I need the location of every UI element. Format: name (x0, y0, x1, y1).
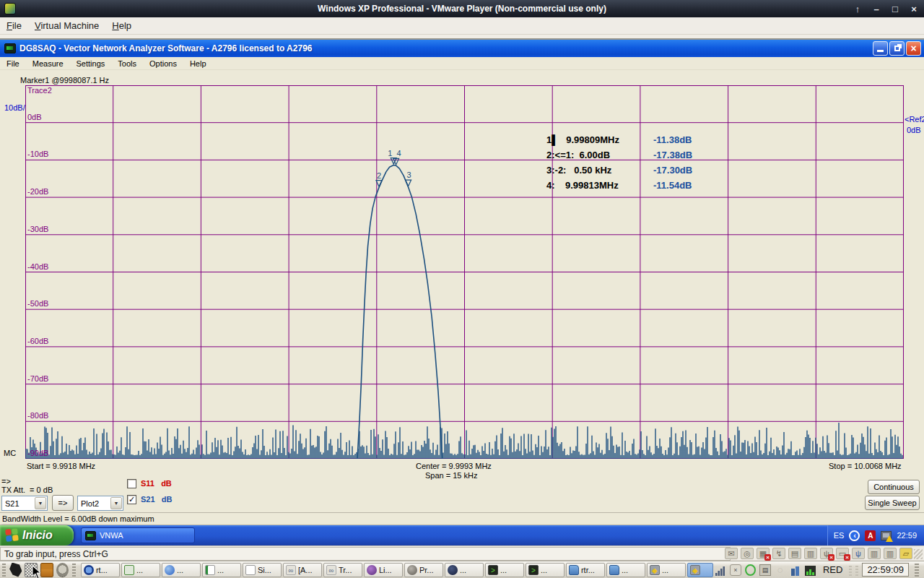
stop-frequency-label: Stop = 10.0068 MHz (829, 462, 902, 470)
restore-button[interactable] (889, 41, 905, 56)
y-axis-label: -50dB (27, 299, 48, 308)
window-button-terminal[interactable]: >... (526, 563, 565, 577)
mail-icon[interactable]: ✉ (725, 548, 738, 559)
vnwa-menubar: FileMeasureSettingsToolsOptionsHelp (0, 57, 924, 70)
notes-icon[interactable]: ▱ (899, 548, 912, 559)
chevron-down-icon[interactable]: ▼ (35, 497, 46, 509)
vnwa-window-title: DG8SAQ - Vector Network Analyzer Softwar… (19, 43, 312, 53)
window-button-folder[interactable]: rtr... (566, 563, 605, 577)
minimize-button[interactable] (873, 41, 888, 56)
status-ring-icon[interactable] (745, 564, 756, 576)
menu-help[interactable]: Help (105, 18, 138, 33)
minimize-icon[interactable]: – (871, 4, 882, 14)
hide-icons-chevron-icon[interactable]: ‹ (849, 530, 860, 541)
gimp-icon (407, 565, 417, 575)
folder-icon (569, 565, 579, 575)
floppy-icon[interactable]: ▦ (757, 548, 770, 559)
y-axis-label: -70dB (27, 374, 48, 383)
system-monitor-icon[interactable] (805, 564, 816, 576)
vnwa-menu-settings[interactable]: Settings (70, 58, 112, 69)
resize-grip[interactable] (914, 549, 923, 559)
single-sweep-button[interactable]: Single Sweep (865, 496, 920, 510)
window-button-media-player[interactable]: rt... (81, 563, 120, 577)
window-button-chat[interactable]: Li... (364, 563, 403, 577)
map-trace-button[interactable]: => (52, 495, 74, 511)
chat-offline-icon[interactable]: × (730, 564, 741, 576)
vnwa-menu-options[interactable]: Options (143, 58, 183, 69)
menu-virtual-machine[interactable]: Virtual Machine (28, 18, 105, 33)
vnwa-menu-measure[interactable]: Measure (26, 58, 70, 69)
window-button-pdf-viewer[interactable]: ∞[A... (283, 563, 322, 577)
window-button-folder[interactable]: ... (606, 563, 645, 577)
s11-checkbox[interactable] (127, 479, 136, 488)
vmware-icon: ◆ (690, 565, 700, 575)
usb-icon[interactable]: ψ (852, 548, 865, 559)
network-signal-icon[interactable] (715, 564, 726, 576)
language-indicator[interactable]: ES (834, 531, 845, 540)
window-button-vmware[interactable]: ◆ (687, 563, 713, 577)
network-name-label[interactable]: RED (823, 564, 842, 575)
window-button-terminal[interactable]: >... (485, 563, 524, 577)
vnwa-titlebar[interactable]: DG8SAQ - Vector Network Analyzer Softwar… (0, 40, 924, 57)
window-button-browser[interactable]: ... (162, 563, 201, 577)
plot-area[interactable]: -90dB 1423 Trace2 0dB-10dB-20dB-30dB-40d… (25, 85, 904, 459)
window-button-writer[interactable]: Si... (243, 563, 282, 577)
panel-drag-handle[interactable] (72, 564, 76, 577)
unity-mode-icon[interactable]: ↑ (852, 4, 863, 14)
y-axis-label: -30dB (27, 225, 48, 233)
window-button-vmware[interactable]: ◆... (647, 563, 686, 577)
mouse-cursor (32, 565, 43, 578)
vm-tools-warning-icon[interactable] (881, 531, 892, 540)
xp-taskbar: Inicio VNWA ES ‹ A 22:59 (0, 525, 924, 545)
screen: Windows XP Professional - VMware Player … (0, 0, 924, 578)
adobe-reader-icon[interactable]: A (865, 530, 876, 541)
chevron-down-icon[interactable]: ▼ (110, 497, 122, 509)
y-axis-label: 0dB (27, 113, 42, 121)
disc-inactive-icon[interactable]: ◌ (775, 564, 786, 576)
harddisk-icon[interactable]: ▥ (804, 548, 817, 559)
host-clock[interactable]: 22:59:09 (862, 563, 909, 577)
panel-drag-handle[interactable] (915, 564, 919, 577)
window-button-planet[interactable]: ... (445, 563, 484, 577)
continuous-button[interactable]: Continuous (868, 480, 920, 494)
taskbar-task-vnwa[interactable]: VNWA (81, 527, 195, 543)
start-button[interactable]: Inicio (0, 525, 74, 545)
bandwidth-status-text: BandWidth Level = 6.00dB down maximum (2, 514, 154, 523)
camera-launcher-icon[interactable] (56, 563, 69, 577)
harddisk2-icon[interactable]: ▥ (868, 548, 881, 559)
cd-icon[interactable]: ◎ (741, 548, 754, 559)
close-icon[interactable]: × (908, 4, 920, 14)
window-button-text-editor[interactable]: ... (121, 563, 160, 577)
plot-select[interactable]: Plot2 ▼ (77, 496, 123, 511)
terminal-icon: > (488, 565, 498, 575)
s21-label: S21 dB (141, 495, 172, 504)
s-parameter-select[interactable]: S21 ▼ (1, 496, 48, 511)
panel-drag-handle[interactable] (2, 564, 6, 577)
vnwa-menu-help[interactable]: Help (183, 58, 213, 69)
close-button[interactable]: × (906, 41, 921, 56)
marker-readout-row-4: 4: 9.99813MHz-11.54dB (546, 178, 692, 193)
s21-checkbox[interactable]: ✓ (127, 495, 136, 504)
xp-clock[interactable]: 22:59 (897, 531, 917, 540)
print-queue-icon[interactable]: ▤ (759, 564, 771, 576)
usb-disabled-icon[interactable]: ψ (820, 548, 833, 559)
vmware-titlebar[interactable]: Windows XP Professional - VMware Player … (0, 0, 924, 17)
chat-icon (367, 565, 377, 575)
marker-2-label: 2 (377, 171, 381, 180)
printer-icon[interactable]: ▤ (788, 548, 801, 559)
pdf-viewer-icon: ∞ (326, 565, 336, 575)
audio-levels-icon[interactable] (790, 564, 801, 576)
window-button-gimp[interactable]: Pr... (404, 563, 443, 577)
app-launcher-icon[interactable] (9, 563, 22, 577)
harddisk3-icon[interactable]: ▥ (884, 548, 897, 559)
vnwa-menu-tools[interactable]: Tools (111, 58, 143, 69)
menu-file[interactable]: File (0, 18, 28, 33)
usb-plug-icon[interactable]: ↯ (772, 548, 785, 559)
window-button-pdf-viewer[interactable]: ∞Tr... (323, 563, 362, 577)
trace-plot[interactable]: 1423 (25, 85, 904, 459)
display-icon[interactable]: ▭ (836, 548, 849, 559)
y-axis-label: -10dB (27, 150, 48, 158)
window-button-spreadsheet[interactable]: ... (202, 563, 241, 577)
maximize-icon[interactable]: □ (889, 4, 901, 14)
vnwa-menu-file[interactable]: File (0, 58, 26, 69)
